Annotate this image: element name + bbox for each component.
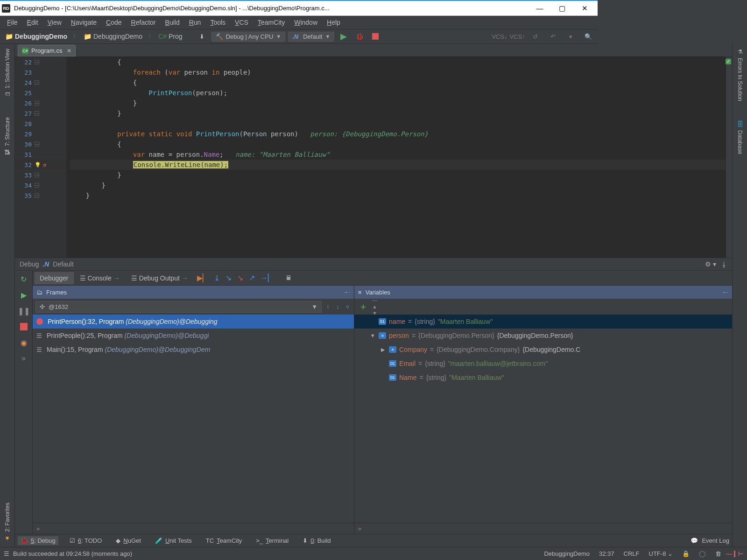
vcs-update-button[interactable]: VCS↓ [493,31,506,42]
next-frame-button[interactable]: ↓ [334,303,341,310]
menu-item-view[interactable]: View [43,17,66,28]
thread-selector[interactable]: ✣ @1632 ▼ [35,301,322,313]
structure-icon: 🏗 [4,149,11,155]
stop-debug-button[interactable] [18,321,29,332]
close-icon[interactable]: ✕ [67,48,71,54]
csharp-file-icon: C# [22,48,28,54]
breadcrumb-project[interactable]: 📁 DebuggingDemo [3,32,70,41]
window-minimize-button[interactable]: — [529,0,551,16]
variable-row[interactable]: ▶≡ Company = {DebuggingDemo.Company} {De… [354,343,598,357]
variable-row[interactable]: 01 Name = {string} "Maarten Balliauw" [354,371,598,385]
window-close-button[interactable]: ✕ [573,0,596,16]
menu-item-edit[interactable]: Edit [23,17,42,28]
variable-icon: 01 [379,318,386,325]
left-tool-strip: 🗂1: Solution View 🏗7: Structure ★2: Favo… [0,44,15,448]
view-breakpoints-button[interactable]: ◉ [18,337,29,348]
editor-code-area[interactable]: { foreach (var person in people) { Print… [66,57,598,258]
show-exec-point-button[interactable]: ▶▏ [197,273,208,282]
history-button[interactable]: ↺ [529,31,542,42]
collapse-button[interactable]: — [372,297,598,303]
filter-frames-button[interactable]: ▿ [344,303,351,310]
dropdown-caret-icon: ▼ [276,34,281,39]
more-debug-actions[interactable]: » [18,353,29,364]
dropdown-caret-icon: ▼ [325,34,330,39]
tab-debugger[interactable]: Debugger [35,272,74,284]
window-maximize-button[interactable]: ▢ [551,0,573,16]
stack-frame[interactable]: ☰PrintPeople():25, Program (DebuggingDem… [33,329,354,343]
frames-pane-title: Frames [46,289,67,296]
thread-icon: ✣ [40,303,45,310]
search-everywhere-button[interactable]: 🔍 [582,31,595,42]
force-step-into-button[interactable]: ↘ [237,273,243,282]
menu-item-refactor[interactable]: Refactor [127,17,160,28]
debug-panel-header: Debug .N Default ⚙ ▾ ⭳ [15,258,598,271]
menu-item-tools[interactable]: Tools [206,17,230,28]
build-button[interactable]: ⬇ [196,31,209,42]
run-button[interactable]: ▶ [337,31,350,42]
stack-frame[interactable]: PrintPerson():32, Program (DebuggingDemo… [33,315,354,329]
run-to-cursor-button[interactable]: →▏ [261,273,274,282]
menu-item-run[interactable]: Run [185,17,205,28]
pin-icon[interactable]: →· [343,289,350,295]
code-editor[interactable]: 2223 2425 262728 29 3031 32💡◔333435 { fo… [15,57,598,258]
rerun-button[interactable]: ↻ [18,273,29,285]
breadcrumb-file[interactable]: C# Prog [156,32,185,41]
variable-icon: ≡ [379,332,386,339]
resume-button[interactable]: ▶ [18,289,29,301]
step-out-button[interactable]: ↗ [249,273,255,282]
toolbar: 📁 DebuggingDemo 〉 📁 DebuggingDemo 〉 C# P… [0,29,598,44]
tool-tab-solution-view[interactable]: 🗂1: Solution View [3,46,12,100]
pause-button[interactable]: ❚❚ [18,305,29,316]
step-over-button[interactable]: ⤓ [214,273,220,282]
debug-title-prefix: Debug [20,260,39,268]
variable-row[interactable]: 01 Email = {string} "maarten.balliauw@je… [354,357,598,371]
add-watch-button[interactable]: ＋ [357,301,369,312]
console-icon: ☰ [80,274,86,282]
more-actions-dropdown[interactable]: ▾ [564,31,577,42]
stack-frame-icon: ☰ [36,346,42,353]
variable-icon: 01 [389,360,396,367]
editor-tab-program-cs[interactable]: C# Program.cs ✕ [18,45,76,56]
prev-frame-button[interactable]: ↑ [324,303,331,310]
menu-item-code[interactable]: Code [102,17,126,28]
editor-gutter[interactable]: 2223 2425 262728 29 3031 32💡◔333435 [15,57,66,258]
menu-item-build[interactable]: Build [161,17,184,28]
stop-button[interactable] [369,31,382,42]
variable-row[interactable]: ▼≡ person = {DebuggingDemo.Person} {Debu… [354,329,598,343]
menu-item-file[interactable]: File [3,17,22,28]
breadcrumb-module[interactable]: 📁 DebuggingDemo [81,32,145,41]
tab-debug-output[interactable]: ☰ Debug Output→ [126,272,193,284]
variable-row[interactable]: 01 name = {string} "Maarten Balliauw" [354,315,598,329]
vcs-commit-button[interactable]: VCS↑ [511,31,524,42]
tree-toggle-icon[interactable]: ▶ [380,347,386,353]
evaluate-expression-button[interactable]: 🖩 [286,274,292,281]
main-menu: FileEditViewNavigateCodeRefactorBuildRun… [0,16,598,29]
dropdown-caret-icon: ▼ [311,303,317,310]
menu-item-teamcity[interactable]: TeamCity [254,17,289,28]
frames-icon: 🗂 [36,289,42,296]
breadcrumb-project-label: DebuggingDemo [15,33,67,40]
editor-tab-label: Program.cs [31,47,62,54]
menu-item-navigate[interactable]: Navigate [67,17,101,28]
build-config-dropdown[interactable]: 🔨 Debug | Any CPU ▼ [211,32,286,42]
breadcrumb-module-label: DebuggingDemo [93,33,142,40]
tab-console[interactable]: ☰ Console→ [75,272,125,284]
menu-item-vcs[interactable]: VCS [231,17,253,28]
run-config-label: Default [303,33,322,40]
run-config-dropdown[interactable]: .N Default ▼ [288,32,334,42]
menu-item-help[interactable]: Help [323,17,345,28]
debug-button[interactable]: 🐞 [353,31,366,42]
thread-label: @1632 [49,303,68,310]
debug-toolbar-vertical: ↻ ▶ ❚❚ ◉ » [15,271,33,448]
tree-toggle-icon[interactable]: ▼ [369,333,376,338]
undo-button[interactable]: ↶ [546,31,559,42]
stack-frame[interactable]: ☰Main():15, Program (DebuggingDemo)@Debu… [33,343,354,357]
stack-frame-icon: ☰ [36,332,42,339]
menu-item-window[interactable]: Window [290,17,322,28]
scroll-up-button[interactable]: ▲ [372,304,598,309]
breakpoint-icon [36,318,43,325]
tool-tab-structure[interactable]: 🏗7: Structure [3,114,12,158]
step-into-button[interactable]: ↘ [226,273,232,282]
solution-icon: 🗂 [4,91,11,98]
dotnet-icon: .N [292,33,298,40]
